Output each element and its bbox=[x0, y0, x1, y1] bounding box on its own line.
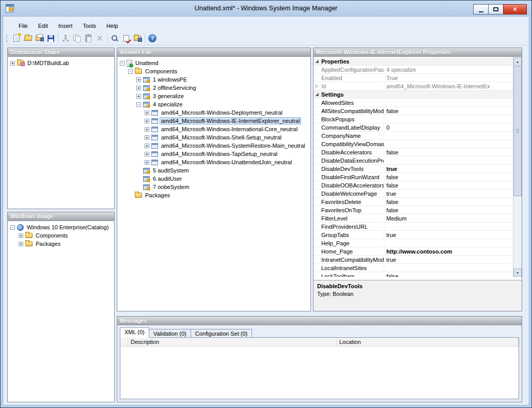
property-row-grouptabs[interactable]: GroupTabs true bbox=[314, 231, 513, 239]
tab-validation[interactable]: Validation (0) bbox=[149, 329, 191, 338]
tree-item-pass-specialize[interactable]: - 4 specialize bbox=[136, 100, 310, 108]
tree-item-components[interactable]: - Components bbox=[128, 67, 310, 75]
property-row-blockpopups[interactable]: BlockPopups bbox=[314, 115, 513, 123]
tree-item-windows-image-root[interactable]: - Windows 10 Enterprise(Catalog) bbox=[10, 223, 114, 231]
property-row-filterlevel[interactable]: FilterLevel Medium bbox=[314, 214, 513, 223]
tree-item-components[interactable]: + Components bbox=[19, 231, 114, 240]
property-row-appliedconfigurationpass[interactable]: AppliedConfigurationPass 4 specialize bbox=[314, 66, 513, 74]
tree-item-mdtbuildlab[interactable]: + D:\MDTBuildLab bbox=[10, 59, 114, 67]
expander-icon[interactable]: + bbox=[10, 61, 15, 66]
property-category-settings[interactable]: ◢ Settings bbox=[314, 90, 513, 99]
expander-icon[interactable]: + bbox=[145, 127, 149, 132]
property-row-disableoobaccelerators[interactable]: DisableOOBAccelerators false bbox=[314, 181, 513, 190]
title-bar[interactable]: Unattend.xml* - Windows System Image Man… bbox=[1, 1, 531, 16]
expander-icon[interactable]: + bbox=[19, 233, 23, 238]
property-row-commandlabeldisplay[interactable]: CommandLabelDisplay 0 bbox=[314, 123, 513, 132]
paste-button[interactable] bbox=[83, 33, 94, 44]
property-row-allowedsites[interactable]: AllowedSites bbox=[314, 99, 513, 107]
tree-item-pass-offlineservicing[interactable]: + 2 offlineServicing bbox=[136, 84, 310, 92]
expander-icon[interactable]: - bbox=[120, 61, 124, 66]
menu-insert[interactable]: Insert bbox=[53, 21, 78, 31]
property-row-findprovidersurl[interactable]: FindProvidersURL bbox=[314, 223, 513, 231]
messages-column-description[interactable]: Description bbox=[128, 338, 337, 346]
tree-item-pass-audituser[interactable]: 6 auditUser bbox=[136, 175, 310, 183]
property-row-companyname[interactable]: CompanyName bbox=[314, 132, 513, 140]
category-expanded-icon[interactable]: ◢ bbox=[314, 90, 320, 98]
scroll-down-button[interactable]: ▼ bbox=[513, 269, 522, 277]
expander-icon[interactable]: - bbox=[136, 102, 141, 107]
open-distribution-share-button[interactable] bbox=[34, 33, 45, 44]
toolbar-grip[interactable] bbox=[6, 34, 8, 42]
tree-item-packages[interactable]: + Packages bbox=[19, 240, 114, 248]
tree-item-pass-generalize[interactable]: + 3 generalize bbox=[136, 92, 310, 100]
scrollbar-thumb[interactable] bbox=[513, 66, 522, 196]
menu-edit[interactable]: Edit bbox=[33, 21, 53, 31]
help-button[interactable]: ? bbox=[147, 33, 158, 44]
tree-item-component-ie-internetexplorer[interactable]: + amd64_Microsoft-Windows-IE-InternetExp… bbox=[145, 117, 310, 125]
property-row-disabledataexecutionprevention[interactable]: DisableDataExecutionPrevention bbox=[314, 156, 513, 165]
property-row-favoritesontop[interactable]: FavoritesOnTop false bbox=[314, 206, 513, 214]
property-row-favoritesdelete[interactable]: FavoritesDelete false bbox=[314, 198, 513, 206]
new-answer-file-button[interactable] bbox=[11, 33, 22, 44]
messages-column-gutter[interactable] bbox=[120, 338, 128, 346]
cut-button[interactable] bbox=[60, 33, 71, 44]
row-collapsed-icon[interactable]: ▷ bbox=[314, 82, 320, 90]
validate-answer-file-button[interactable] bbox=[120, 33, 132, 44]
scroll-up-button[interactable]: ▲ bbox=[513, 57, 522, 66]
tree-item-unattend[interactable]: - Unattend bbox=[120, 59, 310, 67]
minimize-button[interactable] bbox=[473, 4, 489, 14]
tree-item-packages[interactable]: Packages bbox=[128, 191, 310, 199]
property-row-disabledevtools[interactable]: DisableDevTools true bbox=[314, 165, 513, 173]
expander-icon[interactable]: + bbox=[145, 135, 149, 140]
expander-icon[interactable]: + bbox=[145, 111, 149, 115]
expander-icon[interactable]: - bbox=[128, 69, 133, 74]
tree-item-component-deployment[interactable]: + amd64_Microsoft-Windows-Deployment_neu… bbox=[145, 108, 310, 117]
expander-icon[interactable]: + bbox=[136, 94, 141, 99]
maximize-button[interactable] bbox=[488, 4, 504, 14]
tree-item-pass-auditsystem[interactable]: 5 auditSystem bbox=[136, 166, 310, 175]
expander-icon[interactable]: + bbox=[136, 86, 141, 90]
expander-icon[interactable]: + bbox=[19, 242, 23, 246]
property-category-properties[interactable]: ◢ Properties bbox=[314, 57, 513, 66]
expander-icon[interactable]: + bbox=[145, 152, 149, 156]
create-configuration-set-button[interactable] bbox=[132, 33, 143, 44]
expander-icon[interactable]: + bbox=[145, 144, 149, 148]
tree-item-pass-oobesystem[interactable]: 7 oobeSystem bbox=[136, 183, 310, 191]
properties-scrollbar[interactable]: ▲ ▼ bbox=[513, 57, 522, 277]
tab-xml[interactable]: XML (0) bbox=[120, 327, 149, 338]
close-button[interactable]: × bbox=[503, 4, 527, 14]
tree-item-component-unattendedjoin[interactable]: + amd64_Microsoft-Windows-UnattendedJoin… bbox=[145, 158, 310, 166]
tree-item-component-international-core[interactable]: + amd64_Microsoft-Windows-International-… bbox=[145, 125, 310, 133]
property-row-intranetcompatibilitymode[interactable]: IntranetCompatibilityMode true bbox=[314, 256, 513, 264]
expander-icon[interactable]: + bbox=[145, 160, 149, 165]
copy-button[interactable] bbox=[71, 33, 83, 44]
property-row-allsitescompatibilitymode[interactable]: AllSitesCompatibilityMode false bbox=[314, 107, 513, 115]
property-row-id[interactable]: ▷ Id amd64_Microsoft-Windows-IE-Internet… bbox=[314, 82, 513, 90]
property-row-home-page[interactable]: Home_Page http://www.contoso.com bbox=[314, 247, 513, 256]
tree-item-component-systemrestore-main[interactable]: + amd64_Microsoft-Windows-SystemRestore-… bbox=[145, 142, 310, 150]
property-row-localintranetsites[interactable]: LocalIntranetSites bbox=[314, 264, 513, 272]
save-answer-file-button[interactable] bbox=[45, 33, 56, 44]
messages-column-location[interactable]: Location bbox=[337, 338, 519, 346]
property-row-disableaccelerators[interactable]: DisableAccelerators false bbox=[314, 148, 513, 156]
expander-icon[interactable]: + bbox=[136, 77, 141, 82]
expander-icon[interactable]: + bbox=[145, 119, 149, 123]
property-row-locktoolbars[interactable]: LockToolbars false bbox=[314, 272, 513, 277]
property-row-help-page[interactable]: Help_Page bbox=[314, 239, 513, 247]
expander-icon[interactable]: - bbox=[10, 225, 15, 230]
property-row-disablewelcomepage[interactable]: DisableWelcomePage true bbox=[314, 190, 513, 198]
delete-button[interactable] bbox=[94, 33, 105, 44]
tree-item-component-tapisetup[interactable]: + amd64_Microsoft-Windows-TapiSetup_neut… bbox=[145, 150, 310, 158]
tree-item-component-shell-setup[interactable]: + amd64_Microsoft-Windows-Shell-Setup_ne… bbox=[145, 133, 310, 142]
property-row-enabled[interactable]: Enabled True bbox=[314, 74, 513, 82]
menu-tools[interactable]: Tools bbox=[77, 21, 101, 31]
find-button[interactable] bbox=[109, 33, 120, 44]
property-row-compatibilityviewdomains[interactable]: CompatibilityViewDomains bbox=[314, 140, 513, 148]
menu-help[interactable]: Help bbox=[101, 21, 123, 31]
category-expanded-icon[interactable]: ◢ bbox=[314, 57, 320, 65]
tree-item-pass-windowspe[interactable]: + 1 windowsPE bbox=[136, 75, 310, 84]
tab-configuration-set[interactable]: Configuration Set (0) bbox=[191, 329, 253, 338]
menu-file[interactable]: File bbox=[13, 21, 33, 31]
property-row-disablefirstrunwizard[interactable]: DisableFirstRunWizard false bbox=[314, 173, 513, 181]
open-answer-file-button[interactable] bbox=[22, 33, 34, 44]
